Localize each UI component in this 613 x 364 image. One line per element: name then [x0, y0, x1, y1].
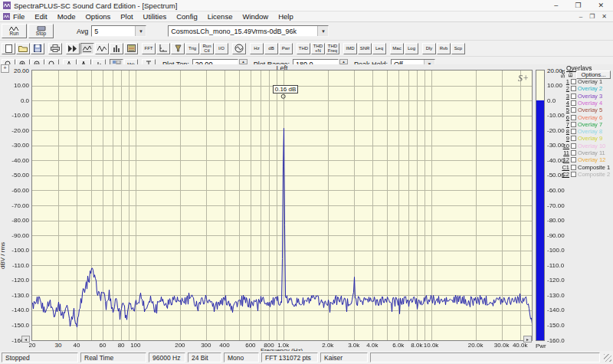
overlay-10-set-link[interactable]: 10 — [560, 143, 569, 149]
meter-tick-label: -100.0 — [547, 247, 575, 254]
overlay-5-set-link[interactable]: 5 — [560, 107, 569, 113]
status-cell-6: Kaiser — [320, 353, 368, 362]
menu-item-help[interactable]: Help — [278, 12, 293, 21]
stop-button[interactable]: Stop — [28, 24, 54, 38]
spectrogram-view-button[interactable] — [124, 43, 138, 54]
overlay-9-enable-checkbox[interactable] — [571, 136, 576, 141]
overlay-4-set-link[interactable]: 4 — [560, 100, 569, 107]
menu-item-edit[interactable]: Edit — [34, 12, 47, 21]
resize-grip[interactable] — [604, 354, 611, 362]
calibration-button[interactable] — [171, 43, 185, 54]
meter-tick-label: -120.0 — [547, 277, 575, 284]
overlay-3-set-link[interactable]: 3 — [560, 93, 569, 100]
overlays-panel: Overlays Set En Options... 1Overlay 12Ov… — [560, 64, 613, 241]
overlay-8-set-link[interactable]: 8 — [560, 128, 569, 135]
menu-item-config[interactable]: Config — [176, 12, 197, 21]
close-button[interactable]: ✕ — [598, 2, 604, 9]
overlay-7-label: Overlay 7 — [578, 121, 602, 128]
thd-button[interactable]: THD — [297, 43, 310, 54]
overlay-8-enable-checkbox[interactable] — [571, 129, 576, 134]
logging-button[interactable]: Log — [405, 43, 418, 54]
scaling-button[interactable] — [156, 43, 170, 54]
minimize-button[interactable]: – — [554, 2, 558, 9]
child-restore-button[interactable]: ❐ — [589, 13, 595, 20]
triggering-button[interactable]: Trig — [185, 43, 199, 54]
overlay-C1-enable-checkbox[interactable] — [571, 165, 576, 170]
menu-item-window[interactable]: Window — [242, 12, 268, 21]
overlay-6-enable-checkbox[interactable] — [571, 115, 576, 120]
overlay-12-set-link[interactable]: 12 — [560, 156, 569, 163]
snr-button[interactable]: SNR — [358, 43, 372, 54]
scope-button[interactable]: Scp — [451, 43, 465, 54]
menu-item-plot[interactable]: Plot — [120, 12, 133, 21]
overlay-11-enable-checkbox[interactable] — [571, 150, 576, 156]
reverb-button[interactable]: Rvb — [437, 43, 451, 54]
imd-button[interactable]: IMD — [343, 43, 357, 54]
x-tick-label: 10.0k — [418, 342, 444, 349]
overlay-C2-set-link[interactable]: C2 — [560, 171, 569, 178]
run-button[interactable]: Run — [2, 24, 27, 38]
time-series-view-button[interactable] — [95, 43, 109, 54]
plot-range-up-icon[interactable]: ▲ — [339, 59, 348, 65]
x-tick-label: 20.0k — [463, 342, 489, 349]
overlay-10-enable-checkbox[interactable] — [571, 143, 576, 149]
file-combo-arrow-icon[interactable]: ▼ — [317, 26, 328, 36]
overlay-1-set-link[interactable]: 1 — [560, 78, 569, 85]
run-control-button[interactable]: Run Ctl — [200, 43, 214, 54]
post-process-button[interactable] — [80, 43, 94, 54]
thd-vs-freq-button[interactable]: THD Freq — [326, 43, 339, 54]
print-button[interactable] — [48, 43, 62, 54]
menu-item-utilities[interactable]: Utilities — [143, 12, 167, 21]
surface-3d-view-button[interactable] — [110, 43, 123, 54]
overlay-4-enable-checkbox[interactable] — [571, 100, 576, 106]
spectrum-canvas[interactable] — [32, 71, 532, 340]
menu-item-options[interactable]: Options — [85, 12, 110, 21]
overlay-9-set-link[interactable]: 9 — [560, 135, 569, 142]
child-close-button[interactable]: ✕ — [602, 13, 607, 20]
overlay-3-enable-checkbox[interactable] — [571, 93, 576, 99]
menu-item-mode[interactable]: Mode — [57, 12, 76, 21]
maximize-button[interactable]: ❐ — [575, 2, 581, 9]
avg-select[interactable]: 5 ▼ — [91, 25, 146, 37]
imd-label: IMD — [346, 46, 355, 51]
scroll-right-button[interactable]: ► — [523, 336, 532, 343]
overlay-5-enable-checkbox[interactable] — [571, 107, 576, 113]
units-pwr-button[interactable]: Pwr — [279, 43, 293, 54]
plot-top-up-icon[interactable]: ▲ — [239, 59, 247, 65]
macro-button[interactable]: Mac — [390, 43, 404, 54]
overlay-row: 5Overlay 5 — [560, 107, 613, 113]
overlay-C1-set-link[interactable]: C1 — [560, 164, 569, 171]
new-file-button[interactable] — [2, 43, 15, 54]
menu-item-license[interactable]: License — [208, 12, 233, 21]
thd-plus-n-button[interactable]: THD +N — [311, 43, 325, 54]
overlay-2-enable-checkbox[interactable] — [571, 86, 576, 91]
overlay-11-set-link[interactable]: 11 — [560, 149, 569, 156]
open-file-button[interactable] — [16, 43, 30, 54]
playback-speed-button[interactable] — [66, 43, 80, 54]
overlay-2-set-link[interactable]: 2 — [560, 85, 569, 92]
units-hz-button[interactable]: Hz — [250, 43, 264, 54]
fft-settings-button[interactable]: FFT — [142, 43, 156, 54]
units-db-button[interactable]: dB — [264, 43, 278, 54]
avg-label: Avg — [77, 28, 88, 35]
scroll-left-button[interactable]: ◄ — [21, 336, 30, 343]
overlay-7-set-link[interactable]: 7 — [560, 121, 569, 128]
overlay-7-enable-checkbox[interactable] — [571, 122, 576, 127]
main-toolbar: FFTTrigRun CtlI/OHzdBPwrTHDTHD +NTHD Fre… — [0, 41, 613, 57]
save-file-button[interactable] — [31, 43, 44, 54]
overlay-6-set-link[interactable]: 6 — [560, 114, 569, 121]
overlay-12-enable-checkbox[interactable] — [571, 157, 576, 162]
leq-button[interactable]: Leq — [372, 43, 386, 54]
overlay-C2-enable-checkbox[interactable] — [571, 172, 576, 177]
file-combo[interactable]: CosmosLCh_mono_15.49Vrms-0dB_96k ▼ — [168, 25, 329, 37]
delay-finder-button[interactable]: Dly — [422, 43, 436, 54]
y-tick-label: -80.00 — [0, 217, 29, 224]
signal-generator-button[interactable] — [232, 43, 246, 54]
child-minimize-button[interactable]: – — [579, 13, 582, 20]
overlay-1-enable-checkbox[interactable] — [571, 79, 576, 84]
io-device-button[interactable]: I/O — [215, 43, 228, 54]
menu-item-file[interactable]: File — [13, 12, 25, 21]
avg-dropdown-arrow-icon[interactable]: ▼ — [135, 26, 146, 36]
overlay-row: 10Overlay 10 — [560, 143, 613, 149]
spectrum-plot[interactable] — [31, 70, 533, 341]
